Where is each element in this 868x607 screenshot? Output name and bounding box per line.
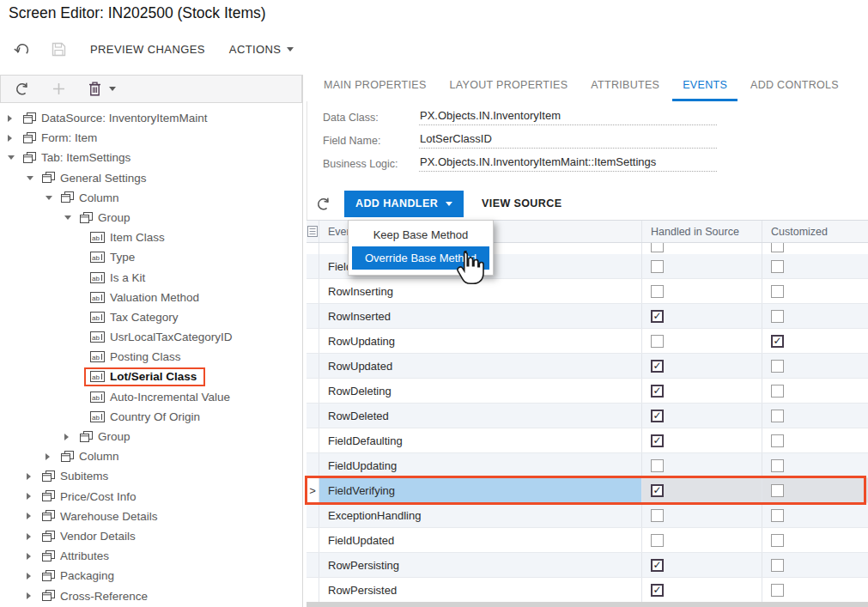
handled-in-source-checkbox[interactable]: ✓ xyxy=(651,584,664,597)
tree-item-general-settings[interactable]: General Settings xyxy=(1,168,301,188)
handled-in-source-checkbox[interactable]: ✓ xyxy=(651,385,664,398)
handled-in-source-checkbox[interactable] xyxy=(651,509,664,522)
table-row-rowinserting[interactable]: RowInserting xyxy=(307,279,868,304)
event-name-cell[interactable]: RowDeleted xyxy=(319,404,641,428)
menu-item-keep-base-method[interactable]: Keep Base Method xyxy=(352,223,489,246)
event-name-cell[interactable]: RowPersisting xyxy=(319,553,641,577)
event-name-cell[interactable]: ExceptionHandling xyxy=(319,503,641,527)
tab-layout-properties[interactable]: LAYOUT PROPERTIES xyxy=(440,76,579,101)
tree-item-packaging[interactable]: Packaging xyxy=(1,566,301,586)
tree-item-price-cost-info[interactable]: Price/Cost Info xyxy=(1,487,301,507)
customized-checkbox[interactable] xyxy=(771,410,784,422)
table-row-rowdeleting[interactable]: RowDeleting ✓ xyxy=(307,379,868,404)
expander-icon[interactable] xyxy=(46,453,61,460)
event-name-cell[interactable]: FieldUpdating xyxy=(319,453,641,477)
customized-checkbox[interactable] xyxy=(771,459,784,472)
tree-item-type[interactable]: ab Type xyxy=(1,247,301,267)
grid-settings-icon[interactable] xyxy=(307,221,319,242)
tab-attributes[interactable]: ATTRIBUTES xyxy=(580,76,670,101)
customized-checkbox[interactable] xyxy=(771,484,784,497)
trash-icon[interactable] xyxy=(88,82,101,96)
event-name-cell[interactable]: RowInserted xyxy=(319,304,641,328)
handled-in-source-checkbox[interactable]: ✓ xyxy=(651,310,664,323)
table-row-rowinserted[interactable]: RowInserted ✓ xyxy=(307,304,868,329)
tree-item-cross-reference[interactable]: Cross-Reference xyxy=(1,586,301,606)
handled-in-source-checkbox[interactable]: ✓ xyxy=(651,410,664,422)
trash-dropdown-caret-icon[interactable] xyxy=(109,87,116,91)
expander-icon[interactable] xyxy=(27,592,42,599)
event-name-cell[interactable]: RowUpdated xyxy=(319,354,641,378)
customized-checkbox[interactable] xyxy=(771,310,784,323)
column-header-handled-in-source[interactable]: Handled in Source xyxy=(641,221,762,242)
customized-checkbox[interactable] xyxy=(771,260,784,273)
expander-icon[interactable] xyxy=(27,513,42,519)
tree-item-tab-itemsettings[interactable]: Tab: ItemSettings xyxy=(1,148,301,167)
preview-changes-button[interactable]: PREVIEW CHANGES xyxy=(90,43,205,56)
tree-item-attributes[interactable]: Attributes xyxy=(1,546,301,566)
expander-icon[interactable] xyxy=(8,155,23,160)
business-logic-value[interactable]: PX.Objects.IN.InventoryItemMaint::ItemSe… xyxy=(419,155,717,172)
expander-icon[interactable] xyxy=(64,434,80,440)
expander-icon[interactable] xyxy=(64,215,80,220)
expander-icon[interactable] xyxy=(27,473,42,480)
horizontal-scrollbar[interactable] xyxy=(307,602,868,607)
table-row-rowpersisting[interactable]: RowPersisting ✓ xyxy=(307,553,868,578)
expander-icon[interactable] xyxy=(27,493,42,500)
handled-in-source-checkbox[interactable] xyxy=(651,285,664,298)
customized-checkbox[interactable] xyxy=(771,509,784,522)
customized-checkbox[interactable] xyxy=(771,534,784,547)
event-name-cell[interactable]: FieldUpdated xyxy=(319,528,641,552)
expander-icon[interactable] xyxy=(27,573,42,580)
customized-checkbox[interactable] xyxy=(771,559,784,572)
event-name-cell[interactable]: RowDeleting xyxy=(319,379,641,403)
tree-item-usrlocaltaxcategoryid[interactable]: ab UsrLocalTaxCategoryID xyxy=(1,327,301,347)
refresh-icon[interactable] xyxy=(316,197,331,211)
tree-item-datasource-inventoryitemmaint[interactable]: DataSource: InventoryItemMaint xyxy=(1,108,301,128)
customized-checkbox[interactable] xyxy=(771,285,784,298)
expander-icon[interactable] xyxy=(46,196,61,200)
handled-in-source-checkbox[interactable] xyxy=(651,534,664,547)
refresh-icon[interactable] xyxy=(15,82,29,96)
handled-in-source-checkbox[interactable]: ✓ xyxy=(651,484,664,497)
table-row-fielddefaulting[interactable]: FieldDefaulting ✓ xyxy=(307,428,868,453)
table-row-rowpersisted[interactable]: RowPersisted ✓ xyxy=(307,578,868,603)
customized-checkbox[interactable] xyxy=(771,360,784,373)
expander-icon[interactable] xyxy=(8,115,23,122)
handled-in-source-checkbox[interactable] xyxy=(651,459,664,472)
menu-item-override-base-method[interactable]: Override Base Method xyxy=(352,246,489,270)
customized-checkbox[interactable] xyxy=(771,434,784,447)
tree-item-column[interactable]: Column xyxy=(1,188,301,208)
table-row-fieldupdating[interactable]: FieldUpdating xyxy=(307,453,868,478)
tree-item-is-a-kit[interactable]: ab Is a Kit xyxy=(1,268,301,288)
handled-in-source-checkbox[interactable]: ✓ xyxy=(651,360,664,373)
expander-icon[interactable] xyxy=(27,553,42,560)
tree-item-item-class[interactable]: ab Item Class xyxy=(1,228,301,247)
event-name-cell[interactable]: FieldVerifying xyxy=(319,478,641,502)
customized-checkbox[interactable] xyxy=(771,243,784,252)
tree-item-group[interactable]: Group xyxy=(1,208,301,228)
tree-item-lot-serial-class[interactable]: ab Lot/Serial Class xyxy=(1,367,301,386)
actions-menu-button[interactable]: ACTIONS xyxy=(229,43,294,56)
table-row-rowupdated[interactable]: RowUpdated ✓ xyxy=(307,354,868,379)
customized-checkbox[interactable] xyxy=(771,584,784,597)
handled-in-source-checkbox[interactable]: ✓ xyxy=(651,434,664,447)
tree-item-group[interactable]: Group xyxy=(1,427,301,446)
event-name-cell[interactable]: FieldDefaulting xyxy=(319,428,641,452)
undo-icon[interactable] xyxy=(14,42,29,57)
expander-icon[interactable] xyxy=(27,533,42,540)
column-header-customized[interactable]: Customized xyxy=(762,221,868,242)
tree-item-tax-category[interactable]: ab Tax Category xyxy=(1,307,301,327)
handled-in-source-checkbox[interactable] xyxy=(651,243,664,252)
field-name-value[interactable]: LotSerClassID xyxy=(419,132,717,149)
handled-in-source-checkbox[interactable]: ✓ xyxy=(651,559,664,572)
event-name-cell[interactable]: RowUpdating xyxy=(319,329,641,353)
tab-add-controls[interactable]: ADD CONTROLS xyxy=(740,76,849,101)
add-handler-button[interactable]: ADD HANDLER xyxy=(344,191,464,217)
view-source-button[interactable]: VIEW SOURCE xyxy=(482,197,561,209)
tab-events[interactable]: EVENTS xyxy=(672,76,737,101)
tree-item-form-item[interactable]: Form: Item xyxy=(1,128,301,148)
tree-item-column[interactable]: Column xyxy=(1,446,301,466)
tab-main-properties[interactable]: MAIN PROPERTIES xyxy=(313,76,437,101)
event-name-cell[interactable]: RowPersisted xyxy=(319,578,641,602)
table-row-rowdeleted[interactable]: RowDeleted ✓ xyxy=(307,404,868,428)
